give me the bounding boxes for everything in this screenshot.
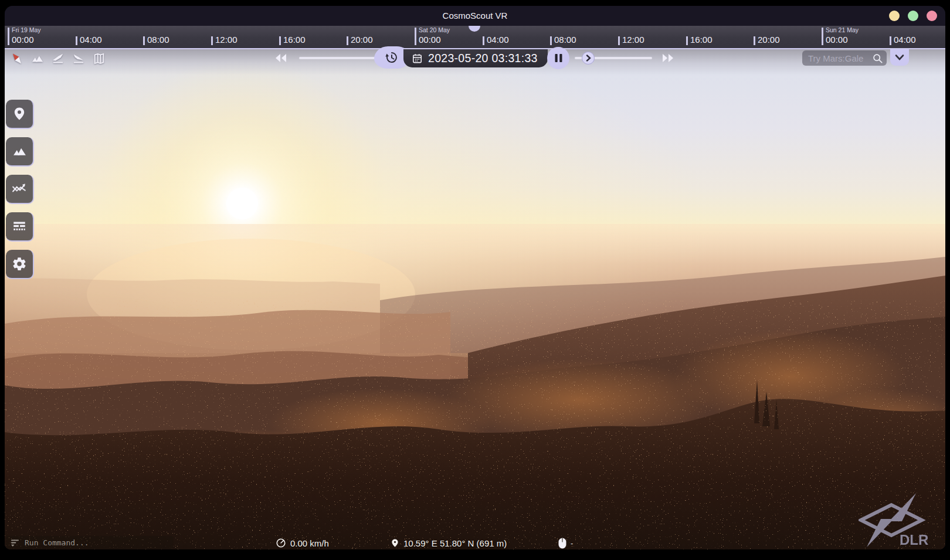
history-icon xyxy=(384,50,398,65)
mars-landscape xyxy=(5,48,945,549)
map-icon[interactable] xyxy=(91,51,107,66)
chevron-down-icon xyxy=(895,54,904,61)
plane-takeoff-icon[interactable] xyxy=(50,51,66,66)
location-pin-icon xyxy=(12,107,26,121)
location-pin-icon xyxy=(391,538,399,548)
collapse-ui-button[interactable] xyxy=(890,49,909,66)
mouse-icon xyxy=(558,538,566,549)
pause-icon xyxy=(554,53,563,63)
window-title: CosmoScout VR xyxy=(5,11,945,21)
fast-forward-button[interactable] xyxy=(661,52,674,64)
calendar-icon xyxy=(412,53,423,64)
sidebar-item-settings[interactable] xyxy=(6,250,34,279)
sidebar-item-data-table[interactable] xyxy=(6,212,34,242)
sidebar xyxy=(6,100,34,279)
location-value: 10.59° E 51.80° N (691 m) xyxy=(403,538,507,548)
timeline-time-label: 00:00 xyxy=(826,35,848,45)
timeline-day-label: Sat 20 May xyxy=(419,26,450,33)
run-command-box xyxy=(6,536,174,549)
speed-indicator: 0.00 km/h xyxy=(276,537,329,549)
mountains-icon[interactable] xyxy=(30,51,45,66)
speedometer-icon xyxy=(276,538,286,548)
nav-icon-group xyxy=(9,49,107,68)
gear-icon xyxy=(12,256,27,271)
current-datetime: 2023-05-20 03:31:33 xyxy=(428,52,538,65)
timeline[interactable]: Fri 19 May00:0004:0008:0012:0016:0020:00… xyxy=(5,26,945,48)
sidebar-item-statistics[interactable] xyxy=(6,175,34,204)
maximize-button[interactable] xyxy=(908,11,918,21)
timeline-time-label: 04:00 xyxy=(487,35,509,45)
plane-landing-icon[interactable] xyxy=(71,51,86,66)
window-controls xyxy=(889,11,937,21)
timeline-time-label: 00:00 xyxy=(12,35,34,45)
current-time-marker xyxy=(469,26,480,32)
timeline-time-label: 16:00 xyxy=(690,35,713,45)
timeline-time-label: 08:00 xyxy=(554,35,576,45)
chevron-right-icon xyxy=(585,55,592,62)
sun xyxy=(226,188,258,219)
toolbar: 2023-05-20 03:31:33 xyxy=(5,48,945,75)
terrain-icon xyxy=(12,144,27,159)
timeline-time-label: 20:00 xyxy=(351,35,373,45)
timeline-time-label: 20:00 xyxy=(758,35,780,45)
app-window: CosmoScout VR Fri 19 May00:0004:0008:001… xyxy=(5,6,945,549)
mars-3d-view[interactable] xyxy=(5,48,945,549)
sidebar-item-bookmarks[interactable] xyxy=(6,100,34,129)
line-chart-icon xyxy=(12,181,27,196)
run-command-input[interactable] xyxy=(23,538,169,548)
close-button[interactable] xyxy=(927,11,937,21)
timeline-time-label: 12:00 xyxy=(215,35,238,45)
timeline-time-label: 04:00 xyxy=(80,35,102,45)
location-indicator: 10.59° E 51.80° N (691 m) xyxy=(391,537,507,549)
datetime-display[interactable]: 2023-05-20 03:31:33 xyxy=(403,49,548,67)
dlr-logo: DLR xyxy=(859,493,935,547)
timeline-time-label: 12:00 xyxy=(622,35,644,45)
timeline-day-label: Fri 19 May xyxy=(12,26,41,33)
timeline-time-label: 04:00 xyxy=(894,35,916,45)
speed-slider-left[interactable] xyxy=(299,57,375,59)
speed-value: 0.00 km/h xyxy=(290,538,329,548)
timeline-time-label: 08:00 xyxy=(147,35,169,45)
search-box xyxy=(802,50,887,66)
compass-icon[interactable] xyxy=(9,51,25,66)
data-table-icon xyxy=(12,219,27,234)
sidebar-item-terrain[interactable] xyxy=(6,137,34,167)
dlr-logo-text: DLR xyxy=(900,532,928,547)
mouse-indicator: - xyxy=(558,537,573,549)
run-command-icon xyxy=(11,539,19,547)
mouse-value: - xyxy=(571,539,573,548)
timeline-time-label: 00:00 xyxy=(419,35,441,45)
rewind-button[interactable] xyxy=(274,52,287,64)
timeline-day-label: Sun 21 May xyxy=(826,26,859,33)
speed-knob[interactable] xyxy=(582,52,595,65)
minimize-button[interactable] xyxy=(889,11,900,21)
timeline-time-label: 16:00 xyxy=(283,35,306,45)
search-icon[interactable] xyxy=(873,53,883,63)
pause-button[interactable] xyxy=(547,47,569,69)
titlebar: CosmoScout VR xyxy=(5,6,945,26)
